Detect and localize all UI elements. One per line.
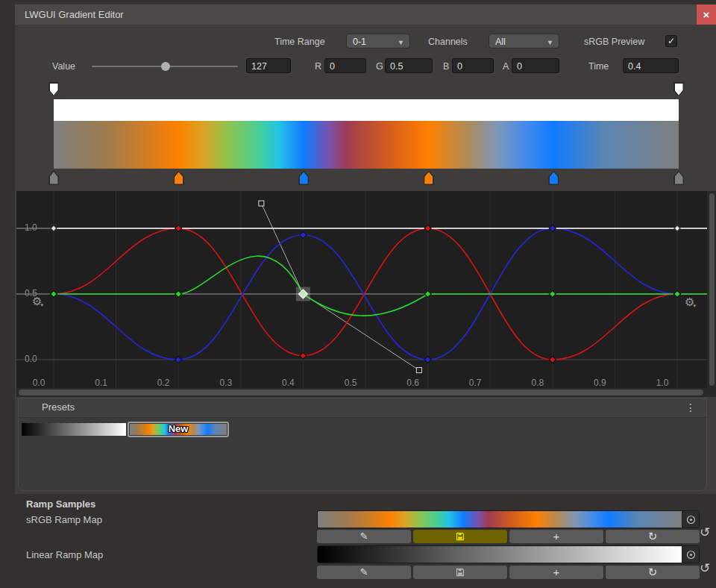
g-field[interactable]: 0.5 — [385, 58, 433, 73]
plus-icon: + — [553, 566, 560, 578]
preset-swatch[interactable] — [22, 423, 126, 436]
close-icon: × — [703, 8, 710, 21]
b-field[interactable]: 0 — [452, 58, 494, 73]
preset-swatch-selected[interactable]: New — [128, 422, 229, 437]
refresh-button[interactable]: ↻ — [606, 566, 700, 579]
save-button[interactable] — [413, 566, 507, 579]
blue-curve-key[interactable] — [549, 225, 556, 232]
green-curve-key[interactable] — [424, 291, 431, 298]
ramp-map-preview[interactable] — [317, 545, 700, 563]
color-marker[interactable] — [673, 171, 684, 185]
alpha-curve-key[interactable] — [51, 225, 57, 231]
presets-title: Presets — [42, 401, 75, 413]
horizontal-scrollbar-thumb[interactable] — [19, 390, 703, 395]
lwgui-gradient-editor-window: LWGUI Gradient Editor × Time Range 0-1 ▼… — [0, 0, 716, 588]
time-range-value: 0-1 — [353, 37, 366, 47]
vertical-scrollbar[interactable] — [707, 191, 716, 397]
revert-button[interactable]: ↺ — [700, 525, 710, 540]
check-icon: ✓ — [668, 36, 675, 46]
object-picker-button[interactable] — [682, 511, 699, 528]
time-field[interactable]: 0.4 — [623, 58, 679, 73]
red-curve-key[interactable] — [549, 357, 556, 363]
green-curve-key[interactable] — [674, 291, 681, 298]
refresh-icon: ↻ — [648, 531, 658, 542]
preset-label: New — [129, 423, 227, 436]
red-curve-key[interactable] — [300, 352, 307, 359]
r-field[interactable]: 0 — [324, 58, 366, 73]
x-tick-label: 0.0 — [33, 378, 45, 388]
y-tick-label: 0.0 — [25, 354, 37, 364]
save-button[interactable] — [413, 530, 507, 543]
alpha-marker[interactable] — [673, 82, 684, 96]
kebab-menu-icon[interactable]: ⋮ — [685, 401, 696, 414]
green-curve[interactable] — [54, 256, 707, 316]
edit-button[interactable]: ✎ — [317, 530, 411, 543]
green-curve-key[interactable] — [549, 291, 556, 298]
window-title: LWGUI Gradient Editor — [25, 4, 124, 25]
green-curve-key[interactable] — [175, 291, 182, 298]
object-picker-icon — [686, 515, 696, 525]
ramp-gradient — [318, 511, 682, 528]
alpha-curve-key[interactable] — [674, 225, 680, 231]
edit-button[interactable]: ✎ — [317, 566, 411, 579]
ramp-map-label: sRGB Ramp Map — [26, 514, 102, 526]
time-range-label: Time Range — [274, 36, 325, 48]
red-curve-key[interactable] — [424, 225, 431, 232]
ramp-gradient — [318, 546, 682, 563]
alpha-preview-strip[interactable] — [54, 99, 679, 121]
a-field[interactable]: 0 — [512, 58, 559, 73]
ramp-button-row: ✎+↻ — [317, 566, 700, 579]
x-tick-label: 0.9 — [594, 378, 606, 388]
close-button[interactable]: × — [697, 4, 716, 25]
add-button[interactable]: + — [509, 566, 603, 579]
add-button[interactable]: + — [509, 530, 603, 543]
color-marker[interactable] — [548, 171, 559, 185]
gradient-preview-strip[interactable] — [54, 121, 679, 169]
color-marker[interactable] — [174, 171, 184, 185]
color-marker[interactable] — [48, 171, 59, 185]
object-picker-icon — [686, 550, 696, 560]
tangent-handle-out[interactable] — [416, 368, 421, 373]
value-field[interactable]: 127 — [246, 58, 291, 73]
ramp-map-label: Linear Ramp Map — [26, 549, 103, 561]
tangent-line-in — [261, 204, 303, 294]
revert-button[interactable]: ↺ — [700, 561, 710, 576]
red-curve-key[interactable] — [175, 225, 182, 232]
presets-header: Presets ⋮ — [19, 398, 706, 418]
left-gear-icon[interactable]: ⚙▾ — [32, 295, 43, 311]
x-tick-label: 0.6 — [406, 378, 419, 388]
vertical-scrollbar-thumb[interactable] — [709, 193, 715, 386]
color-marker[interactable] — [424, 171, 434, 185]
blue-curve-key[interactable] — [175, 357, 182, 363]
undo-icon: ↺ — [700, 525, 710, 539]
presets-panel: Presets ⋮ New — [18, 398, 707, 491]
undo-icon: ↺ — [700, 561, 710, 575]
object-picker-button[interactable] — [682, 546, 699, 563]
right-gear-icon[interactable]: ⚙▾ — [685, 296, 696, 312]
tangent-handle-in[interactable] — [259, 201, 264, 206]
value-slider-thumb[interactable] — [161, 62, 170, 71]
rgba-curves-canvas[interactable] — [16, 191, 707, 397]
channels-dropdown[interactable]: All ▼ — [489, 34, 559, 49]
x-tick-label: 0.5 — [345, 378, 357, 388]
value-label: Value — [52, 60, 75, 72]
ramp-map-preview[interactable] — [317, 510, 700, 528]
a-label: A — [503, 60, 509, 72]
ramp-samples-title: Ramp Samples — [26, 498, 95, 510]
green-curve-key[interactable] — [51, 291, 57, 298]
horizontal-scrollbar[interactable] — [16, 388, 707, 397]
srgb-preview-label: sRGB Preview — [584, 36, 644, 48]
blue-curve-key[interactable] — [424, 357, 431, 363]
title-bar[interactable]: LWGUI Gradient Editor × — [15, 4, 716, 25]
chevron-down-icon: ▼ — [547, 35, 553, 50]
time-range-dropdown[interactable]: 0-1 ▼ — [346, 34, 410, 49]
blue-curve-key[interactable] — [300, 231, 307, 238]
x-tick-label: 0.8 — [531, 378, 544, 388]
curve-editor[interactable] — [16, 191, 707, 397]
chevron-down-icon: ▼ — [398, 35, 404, 50]
color-marker[interactable] — [298, 171, 309, 185]
refresh-button[interactable]: ↻ — [606, 530, 700, 543]
srgb-preview-checkbox[interactable]: ✓ — [665, 35, 677, 47]
alpha-marker[interactable] — [48, 82, 59, 96]
ramp-button-row: ✎+↻ — [317, 530, 700, 543]
